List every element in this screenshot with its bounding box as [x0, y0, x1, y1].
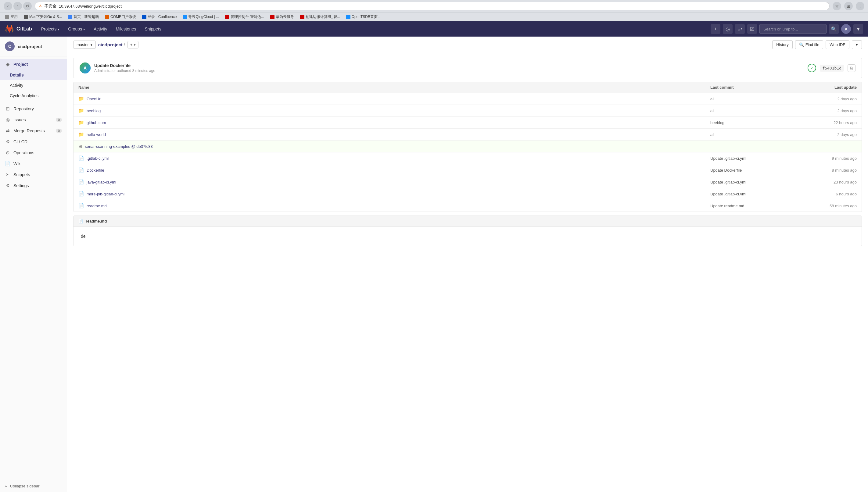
security-icon: ⚠ [39, 4, 42, 8]
snippets-label: Snippets [14, 172, 30, 177]
sidebar-item-snippets[interactable]: ✂ Snippets [0, 169, 67, 180]
apps-favicon [5, 15, 9, 19]
web-ide-button[interactable]: Web IDE [826, 40, 849, 49]
file-name-more-job[interactable]: 📄 more-job-gitlab-ci.yml [78, 191, 710, 197]
commit-avatar-img: A [80, 63, 91, 73]
huawei1-label: 管理控制台-智能边... [231, 14, 264, 20]
submodule-icon: ⊞ [78, 144, 82, 149]
bookmark-confluence[interactable]: 登录 - Confluence [140, 14, 179, 20]
file-name-sonar[interactable]: ⊞ sonar-scanning-examples @ db37fc83 [78, 144, 710, 149]
bookmark-apps[interactable]: 应用 [2, 14, 20, 20]
nav-groups[interactable]: Groups [64, 21, 89, 36]
file-name-gitlab-ci[interactable]: 📄 .gitlab-ci.yml [78, 155, 710, 161]
bookmark-huawei1[interactable]: 管理控制台-智能边... [223, 14, 267, 20]
commit-msg-readme: Update readme.md [710, 204, 796, 208]
table-row: 📁 github.com beeblog 22 hours ago [73, 117, 862, 129]
branch-selector[interactable]: master [73, 41, 96, 49]
folder-icon: 📁 [78, 120, 84, 125]
sidebar-item-project[interactable]: ◈ Project [0, 59, 67, 70]
todos-button[interactable]: ☑ [747, 24, 757, 34]
sidebar-item-merge-requests[interactable]: ⇄ Merge Requests 0 [0, 125, 67, 136]
file-name-openurl[interactable]: 📁 OpenUrl [78, 96, 710, 101]
gitlab-logo[interactable]: GitLab [5, 24, 32, 33]
sidebar-item-cicd[interactable]: ⚙ CI / CD [0, 136, 67, 147]
nav-activity[interactable]: Activity [89, 21, 111, 36]
issues-button[interactable]: ◎ [723, 24, 732, 34]
bookmark-opentsdb[interactable]: OpenTSDB首页... [344, 14, 383, 20]
mr-button[interactable]: ⇄ [735, 24, 745, 34]
sidebar-item-activity[interactable]: Activity [0, 80, 67, 91]
back-button[interactable]: ‹ [4, 2, 12, 10]
sidebar-project-header: C cicdproject [0, 36, 67, 56]
file-time-beeblog: 2 days ago [796, 108, 857, 113]
bookmark-mac[interactable]: Mac下安装Go & S... [21, 14, 64, 20]
bookmark-button[interactable]: ☆ [833, 2, 841, 10]
table-row: 📄 readme.md Update readme.md 58 minutes … [73, 200, 862, 212]
confluence-favicon [142, 15, 146, 19]
sidebar-item-issues[interactable]: ◎ Issues 0 [0, 114, 67, 125]
file-name-github[interactable]: 📁 github.com [78, 120, 710, 125]
menu-button[interactable]: ⋮ [856, 2, 864, 10]
refresh-button[interactable]: ↺ [23, 2, 32, 10]
history-button[interactable]: History [772, 40, 792, 49]
svg-text:A: A [83, 66, 87, 70]
file-name-dockerfile[interactable]: 📄 Dockerfile [78, 167, 710, 173]
mac-favicon [24, 15, 28, 19]
breadcrumb-project-link[interactable]: cicdproject [98, 42, 123, 47]
nav-milestones[interactable]: Milestones [112, 21, 141, 36]
operations-label: Operations [14, 150, 34, 155]
sidebar-item-repository[interactable]: ⊡ Repository [0, 103, 67, 114]
nav-snippets[interactable]: Snippets [140, 21, 165, 36]
user-avatar[interactable]: A [841, 24, 851, 34]
folder-icon: 📁 [78, 108, 84, 114]
user-menu-button[interactable]: ▾ [853, 24, 863, 34]
bookmark-huawei2[interactable]: 华为云服务 [268, 14, 296, 20]
commit-msg-java-ci: Update .gitlab-ci.yml [710, 180, 796, 184]
file-name-readme[interactable]: 📄 readme.md [78, 203, 710, 208]
url-bar[interactable]: ⚠ 不安全 10.39.47.63/weihongwei/cicdproject [35, 2, 829, 10]
file-name-label: java-gitlab-ci.yml [87, 180, 116, 184]
nav-projects[interactable]: Projects [37, 21, 64, 36]
nav-activity-label: Activity [94, 26, 107, 31]
file-time-java-ci: 23 hours ago [796, 180, 857, 184]
bookmark-qingcloud[interactable]: 青云QingCloud | ... [180, 14, 221, 20]
qingcloud-favicon [183, 15, 187, 19]
sidebar-item-wiki[interactable]: 📄 Wiki [0, 158, 67, 169]
huawei2-favicon [270, 15, 274, 19]
sidebar-item-cycle-analytics[interactable]: Cycle Analytics [0, 91, 67, 101]
sidebar-item-settings[interactable]: ⚙ Settings [0, 180, 67, 191]
table-row: 📄 more-job-gitlab-ci.yml Update .gitlab-… [73, 188, 862, 200]
file-time-github: 22 hours ago [796, 120, 857, 125]
operations-icon: ⊙ [5, 150, 10, 155]
file-name-java-ci[interactable]: 📄 java-gitlab-ci.yml [78, 179, 710, 185]
find-file-button[interactable]: 🔍 Find file [795, 40, 823, 49]
merge-requests-badge: 0 [56, 129, 62, 133]
extensions-button[interactable]: ⊞ [844, 2, 853, 10]
bookmark-home[interactable]: 首页 - 新智超脑 [66, 14, 101, 20]
readme-content: de [73, 227, 862, 246]
forward-button[interactable]: › [14, 2, 22, 10]
new-item-button[interactable]: + [710, 24, 720, 34]
search-button[interactable]: 🔍 [829, 24, 839, 34]
qingcloud-label: 青云QingCloud | ... [188, 14, 219, 20]
copy-hash-button[interactable]: ⎘ [848, 64, 855, 72]
more-options-button[interactable]: ▾ [852, 40, 862, 49]
repository-icon: ⊡ [5, 106, 10, 112]
new-file-button[interactable]: + [127, 41, 139, 48]
table-row: 📄 java-gitlab-ci.yml Update .gitlab-ci.y… [73, 176, 862, 188]
bookmark-edge[interactable]: 创建边缘计算组_智... [298, 14, 342, 20]
search-icon: 🔍 [799, 42, 804, 47]
commit-msg-gitlab-ci: Update .gitlab-ci.yml [710, 156, 796, 161]
settings-icon: ⚙ [5, 183, 10, 189]
sidebar-item-operations[interactable]: ⊙ Operations [0, 147, 67, 158]
opentsdb-label: OpenTSDB首页... [352, 14, 381, 20]
gitlab-navbar: GitLab Projects Groups Activity Mileston… [0, 21, 868, 36]
settings-label: Settings [14, 183, 29, 188]
table-row: 📁 hello-world all 2 days ago [73, 129, 862, 141]
bookmark-come[interactable]: COME门户系统 [102, 14, 139, 20]
sidebar-item-details[interactable]: Details [0, 70, 67, 80]
collapse-sidebar-button[interactable]: ‹‹ Collapse sidebar [0, 480, 67, 492]
global-search-input[interactable] [760, 24, 826, 34]
file-name-hello-world[interactable]: 📁 hello-world [78, 132, 710, 137]
file-name-beeblog[interactable]: 📁 beeblog [78, 108, 710, 114]
